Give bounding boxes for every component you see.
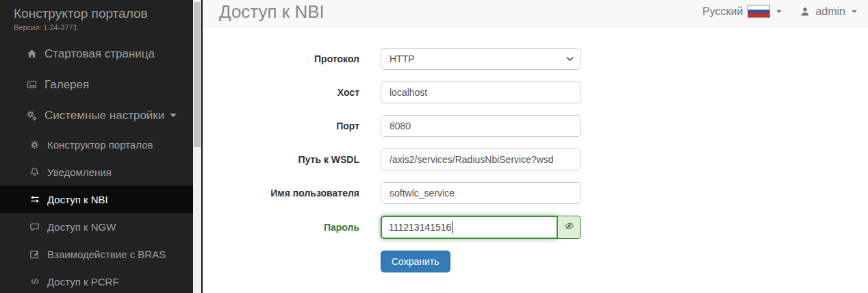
comment-icon: [27, 221, 42, 232]
eye-slash-icon: [564, 221, 574, 233]
russia-flag-icon: [748, 5, 770, 18]
sidebar-item-label: Взаимодействие с BRAS: [47, 249, 166, 260]
sidebar-item-label: Доступ к PCRF: [47, 276, 119, 288]
chevron-down-icon: [852, 10, 857, 13]
host-input[interactable]: [381, 81, 581, 103]
text-cursor: [452, 221, 452, 233]
port-row: Порт: [203, 115, 868, 137]
username-row: Имя пользователя: [203, 182, 868, 204]
sidebar-item-label: Доступ к NBI: [47, 194, 108, 205]
language-dropdown[interactable]: Русский: [702, 5, 782, 18]
sidebar: Конструктор порталов Версия: 1.24-3771 С…: [0, 0, 193, 293]
sidebar-item-label: Галерея: [44, 78, 89, 92]
wsdl-label: Путь к WSDL: [203, 154, 359, 165]
main-content: Доступ к NBI Русский admin Протокол: [201, 0, 868, 293]
sidebar-item-nbi-access[interactable]: Доступ к NBI: [0, 186, 193, 213]
gears-icon: [25, 110, 39, 121]
sidebar-item-ngw-access[interactable]: Доступ к NGW: [0, 213, 193, 240]
password-row: Пароль: [203, 216, 868, 239]
bell-icon: [27, 166, 42, 177]
sidebar-item-bras-interaction[interactable]: Взаимодействие с BRAS: [0, 240, 193, 268]
save-button[interactable]: Сохранить: [381, 251, 450, 272]
host-label: Хост: [203, 87, 359, 98]
sidebar-item-label: Системные настройки: [44, 109, 164, 123]
page-header: Доступ к NBI Русский admin: [203, 0, 868, 27]
sidebar-item-label: Конструктор порталов: [47, 139, 153, 151]
sidebar-scrollbar-thumb[interactable]: [194, 2, 201, 147]
toggle-password-visibility-button[interactable]: [558, 216, 581, 239]
sidebar-item-portal-constructor[interactable]: Конструктор порталов: [0, 131, 193, 158]
wsdl-row: Путь к WSDL: [203, 149, 868, 170]
save-row: Сохранить: [203, 251, 868, 272]
chevron-down-icon: [776, 10, 782, 13]
username-label: Имя пользователя: [203, 188, 359, 199]
port-input[interactable]: [381, 115, 581, 137]
chevron-down-icon: [170, 114, 177, 117]
sidebar-scrollbar[interactable]: [193, 0, 201, 293]
protocol-select[interactable]: HTTP: [381, 48, 581, 70]
port-label: Порт: [203, 120, 359, 131]
sidebar-item-label: Стартовая страница: [44, 47, 155, 61]
wsdl-path-input[interactable]: [381, 149, 581, 170]
brand-version: Версия: 1.24-3771: [14, 23, 181, 31]
sidebar-nav: Стартовая страница Галерея: [0, 38, 193, 293]
sidebar-item-label: Уведомления: [47, 166, 112, 178]
gear-icon: [27, 139, 42, 150]
sidebar-item-start-page[interactable]: Стартовая страница: [0, 38, 193, 69]
sidebar-item-gallery[interactable]: Галерея: [0, 69, 193, 100]
user-icon: [800, 6, 810, 17]
password-input[interactable]: [381, 216, 558, 239]
host-row: Хост: [203, 81, 868, 103]
brand-title: Конструктор порталов: [14, 6, 181, 21]
header-controls: Русский admin: [702, 5, 868, 18]
nbi-access-form: Протокол HTTP Хост Порт: [203, 27, 868, 272]
username-input[interactable]: [381, 182, 581, 204]
language-label: Русский: [702, 5, 743, 18]
code-icon: [27, 276, 42, 287]
exchange-icon: [27, 194, 42, 205]
sidebar-item-pcrf-access[interactable]: Доступ к PCRF: [0, 268, 193, 293]
sidebar-item-label: Доступ к NGW: [47, 221, 116, 233]
app-window: Конструктор порталов Версия: 1.24-3771 С…: [0, 0, 868, 293]
image-icon: [25, 79, 39, 90]
protocol-label: Протокол: [203, 53, 359, 64]
page-title: Доступ к NBI: [219, 1, 324, 23]
user-name: admin: [815, 5, 845, 18]
edit-icon: [27, 249, 42, 259]
sidebar-item-notifications[interactable]: Уведомления: [0, 158, 193, 186]
home-icon: [25, 49, 39, 60]
user-dropdown[interactable]: admin: [800, 5, 857, 18]
protocol-row: Протокол HTTP: [203, 48, 868, 70]
sidebar-item-system-settings[interactable]: Системные настройки: [0, 100, 193, 131]
password-label: Пароль: [203, 222, 359, 233]
brand: Конструктор порталов Версия: 1.24-3771: [0, 0, 193, 36]
